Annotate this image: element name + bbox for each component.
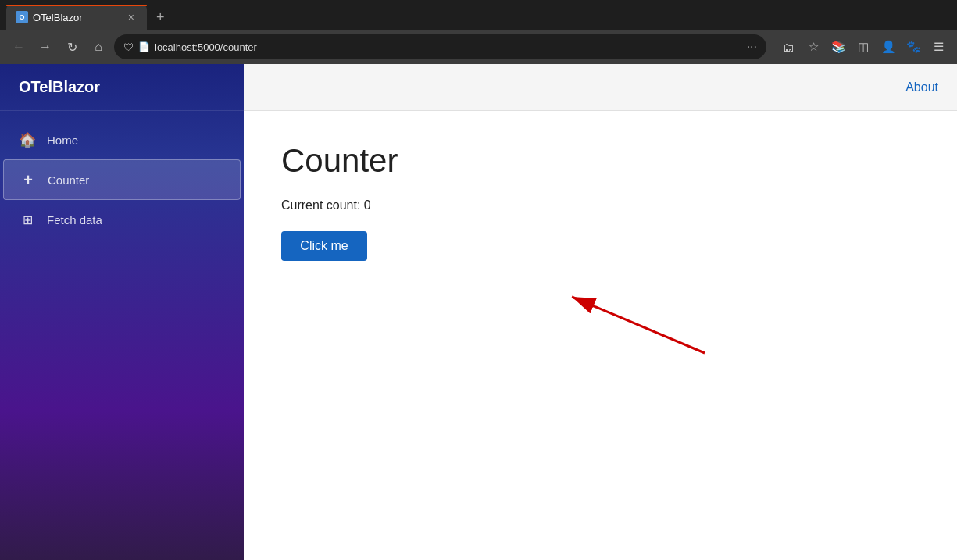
profile-icon[interactable]: 👤	[877, 36, 899, 58]
content-area: Counter Current count: 0 Click me	[244, 111, 957, 560]
sidebar-brand: OTelBlazor	[0, 64, 244, 111]
main-content: About Counter Current count: 0 Click me	[244, 64, 957, 560]
app-container: OTelBlazor 🏠 Home + Counter ⊞ Fetch data…	[0, 64, 957, 560]
browser-chrome: O OTelBlazor × + ← → ↻ ⌂ 🛡 📄 localhost:5…	[0, 0, 957, 64]
click-me-button[interactable]: Click me	[281, 231, 367, 261]
more-options-icon[interactable]: ···	[747, 40, 757, 54]
address-text: localhost:5000/counter	[155, 41, 742, 53]
sidebar-item-counter-label: Counter	[48, 173, 89, 187]
refresh-button[interactable]: ↻	[61, 36, 83, 58]
bookmark-icon[interactable]: ☆	[802, 36, 824, 58]
extensions-icon[interactable]: 🐾	[902, 36, 924, 58]
active-tab[interactable]: O OTelBlazor ×	[6, 5, 147, 30]
library-icon[interactable]: 📚	[827, 36, 849, 58]
page-title: Counter	[281, 142, 920, 180]
nav-bar: ← → ↻ ⌂ 🛡 📄 localhost:5000/counter ··· 🗂…	[0, 30, 957, 64]
sidebar-item-counter[interactable]: + Counter	[3, 159, 241, 200]
top-bar: About	[244, 64, 957, 111]
tab-favicon: O	[16, 11, 28, 23]
pocket-icon[interactable]: 🗂	[777, 36, 799, 58]
home-button[interactable]: ⌂	[87, 36, 109, 58]
sidebar-item-home[interactable]: 🏠 Home	[0, 120, 244, 159]
sidebar-item-fetch-data[interactable]: ⊞ Fetch data	[0, 200, 244, 239]
sidebar-item-fetch-data-label: Fetch data	[47, 213, 102, 226]
browser-nav-icons: 🗂 ☆ 📚 ◫ 👤 🐾 ☰	[777, 36, 949, 58]
home-icon: 🏠	[19, 131, 36, 148]
arrow-annotation	[548, 275, 728, 372]
sidebar-item-home-label: Home	[47, 134, 78, 147]
back-button[interactable]: ←	[8, 36, 30, 58]
menu-icon[interactable]: ☰	[927, 36, 949, 58]
tab-title: OTelBlazor	[33, 12, 83, 23]
forward-button[interactable]: →	[34, 36, 56, 58]
about-link[interactable]: About	[905, 80, 938, 95]
close-tab-button[interactable]: ×	[125, 9, 137, 25]
tab-bar: O OTelBlazor × +	[0, 0, 957, 30]
sidebar: OTelBlazor 🏠 Home + Counter ⊞ Fetch data	[0, 64, 244, 560]
current-count-text: Current count: 0	[281, 198, 920, 212]
page-icon: 📄	[138, 41, 150, 52]
security-shield-icon: 🛡	[123, 41, 134, 53]
sidebar-toggle-icon[interactable]: ◫	[852, 36, 874, 58]
sidebar-nav: 🏠 Home + Counter ⊞ Fetch data	[0, 111, 244, 560]
address-bar[interactable]: 🛡 📄 localhost:5000/counter ···	[114, 34, 766, 59]
arrow-svg	[548, 275, 728, 369]
fetch-data-icon: ⊞	[19, 211, 36, 228]
new-tab-button[interactable]: +	[152, 8, 170, 27]
plus-icon: +	[20, 171, 37, 188]
svg-line-1	[572, 297, 705, 353]
